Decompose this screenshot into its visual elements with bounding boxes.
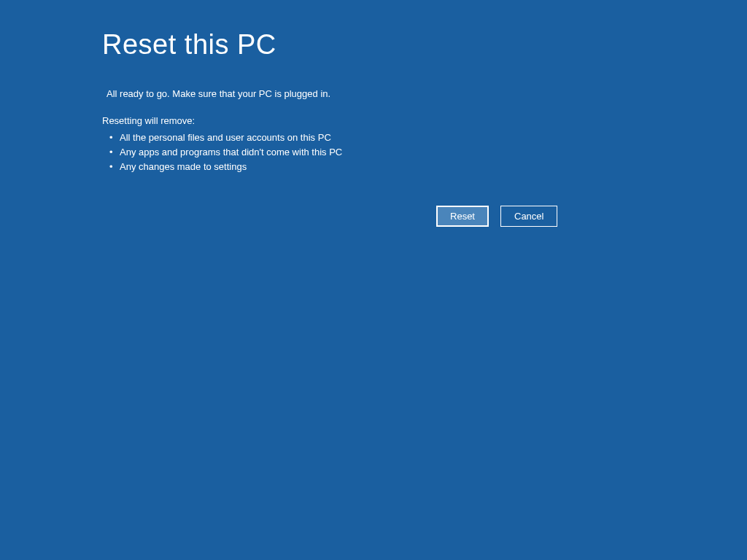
list-item: Any apps and programs that didn't come w… [109,145,747,160]
cancel-button[interactable]: Cancel [500,206,557,227]
list-item: Any changes made to settings [109,160,747,174]
list-item: All the personal files and user accounts… [109,131,747,145]
removal-list: All the personal files and user accounts… [102,131,747,174]
reset-button[interactable]: Reset [436,206,489,227]
removal-intro: Resetting will remove: [102,115,747,126]
status-text: All ready to go. Make sure that your PC … [102,88,747,99]
page-title: Reset this PC [102,29,747,61]
button-row: Reset Cancel [436,206,557,227]
main-content: Reset this PC All ready to go. Make sure… [0,0,747,174]
